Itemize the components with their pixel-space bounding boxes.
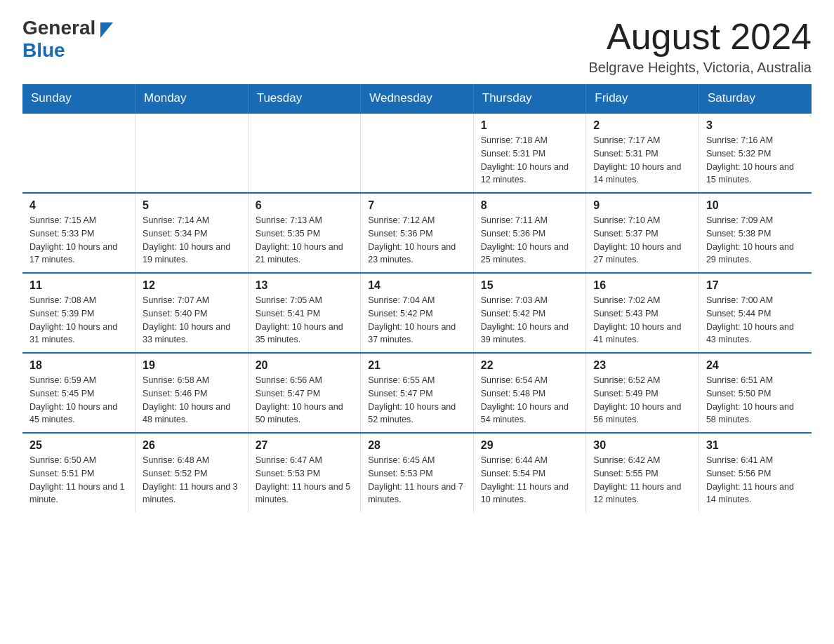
day-info: Sunrise: 7:16 AM Sunset: 5:32 PM Dayligh…: [706, 134, 805, 187]
day-info: Sunrise: 7:14 AM Sunset: 5:34 PM Dayligh…: [143, 214, 241, 267]
calendar-week-5: 25Sunrise: 6:50 AM Sunset: 5:51 PM Dayli…: [22, 433, 812, 512]
col-tuesday: Tuesday: [248, 84, 361, 113]
day-number: 23: [593, 359, 691, 372]
day-info: Sunrise: 7:05 AM Sunset: 5:41 PM Dayligh…: [256, 294, 354, 347]
day-info: Sunrise: 7:15 AM Sunset: 5:33 PM Dayligh…: [29, 214, 128, 267]
calendar-cell: 7Sunrise: 7:12 AM Sunset: 5:36 PM Daylig…: [361, 193, 474, 273]
day-info: Sunrise: 7:03 AM Sunset: 5:42 PM Dayligh…: [481, 294, 579, 347]
col-friday: Friday: [586, 84, 699, 113]
day-number: 10: [706, 199, 805, 212]
day-number: 25: [29, 439, 128, 452]
title-area: August 2024 Belgrave Heights, Victoria, …: [588, 17, 812, 76]
day-number: 13: [256, 279, 354, 292]
day-info: Sunrise: 6:50 AM Sunset: 5:51 PM Dayligh…: [29, 454, 128, 507]
month-title: August 2024: [588, 17, 812, 57]
calendar-header: Sunday Monday Tuesday Wednesday Thursday…: [22, 84, 812, 113]
calendar-cell: 20Sunrise: 6:56 AM Sunset: 5:47 PM Dayli…: [248, 353, 361, 433]
day-number: 12: [143, 279, 241, 292]
day-number: 1: [481, 119, 579, 132]
day-number: 30: [593, 439, 691, 452]
day-info: Sunrise: 6:42 AM Sunset: 5:55 PM Dayligh…: [593, 454, 691, 507]
day-info: Sunrise: 6:44 AM Sunset: 5:54 PM Dayligh…: [481, 454, 579, 507]
day-info: Sunrise: 7:17 AM Sunset: 5:31 PM Dayligh…: [593, 134, 691, 187]
day-info: Sunrise: 7:02 AM Sunset: 5:43 PM Dayligh…: [593, 294, 691, 347]
day-info: Sunrise: 7:13 AM Sunset: 5:35 PM Dayligh…: [256, 214, 354, 267]
day-info: Sunrise: 6:52 AM Sunset: 5:49 PM Dayligh…: [593, 374, 691, 427]
calendar-cell: 15Sunrise: 7:03 AM Sunset: 5:42 PM Dayli…: [473, 273, 586, 353]
col-thursday: Thursday: [473, 84, 586, 113]
day-info: Sunrise: 6:45 AM Sunset: 5:53 PM Dayligh…: [368, 454, 466, 507]
calendar-cell: 21Sunrise: 6:55 AM Sunset: 5:47 PM Dayli…: [361, 353, 474, 433]
calendar-cell: [135, 113, 249, 193]
calendar-week-4: 18Sunrise: 6:59 AM Sunset: 5:45 PM Dayli…: [22, 353, 812, 433]
col-monday: Monday: [135, 84, 249, 113]
calendar-cell: 9Sunrise: 7:10 AM Sunset: 5:37 PM Daylig…: [586, 193, 699, 273]
day-number: 5: [143, 199, 241, 212]
day-number: 3: [706, 119, 805, 132]
day-info: Sunrise: 6:58 AM Sunset: 5:46 PM Dayligh…: [143, 374, 241, 427]
day-info: Sunrise: 7:08 AM Sunset: 5:39 PM Dayligh…: [29, 294, 128, 347]
day-info: Sunrise: 6:51 AM Sunset: 5:50 PM Dayligh…: [706, 374, 805, 427]
calendar-cell: 25Sunrise: 6:50 AM Sunset: 5:51 PM Dayli…: [22, 433, 135, 512]
logo-general-text: General: [22, 17, 95, 39]
day-info: Sunrise: 7:00 AM Sunset: 5:44 PM Dayligh…: [706, 294, 805, 347]
day-number: 19: [143, 359, 241, 372]
day-info: Sunrise: 6:55 AM Sunset: 5:47 PM Dayligh…: [368, 374, 466, 427]
day-info: Sunrise: 6:59 AM Sunset: 5:45 PM Dayligh…: [29, 374, 128, 427]
day-number: 2: [593, 119, 691, 132]
day-info: Sunrise: 6:47 AM Sunset: 5:53 PM Dayligh…: [256, 454, 354, 507]
day-number: 11: [29, 279, 128, 292]
calendar-cell: 27Sunrise: 6:47 AM Sunset: 5:53 PM Dayli…: [248, 433, 361, 512]
day-number: 26: [143, 439, 241, 452]
day-number: 9: [593, 199, 691, 212]
day-number: 16: [593, 279, 691, 292]
calendar-cell: 2Sunrise: 7:17 AM Sunset: 5:31 PM Daylig…: [586, 113, 699, 193]
col-wednesday: Wednesday: [361, 84, 474, 113]
calendar-cell: 17Sunrise: 7:00 AM Sunset: 5:44 PM Dayli…: [699, 273, 812, 353]
day-info: Sunrise: 7:04 AM Sunset: 5:42 PM Dayligh…: [368, 294, 466, 347]
calendar-cell: 13Sunrise: 7:05 AM Sunset: 5:41 PM Dayli…: [248, 273, 361, 353]
calendar-cell: 5Sunrise: 7:14 AM Sunset: 5:34 PM Daylig…: [135, 193, 249, 273]
calendar-body: 1Sunrise: 7:18 AM Sunset: 5:31 PM Daylig…: [22, 113, 812, 512]
calendar-cell: 6Sunrise: 7:13 AM Sunset: 5:35 PM Daylig…: [248, 193, 361, 273]
day-number: 14: [368, 279, 466, 292]
day-number: 22: [481, 359, 579, 372]
calendar-cell: 22Sunrise: 6:54 AM Sunset: 5:48 PM Dayli…: [473, 353, 586, 433]
calendar-cell: [22, 113, 135, 193]
day-info: Sunrise: 6:54 AM Sunset: 5:48 PM Dayligh…: [481, 374, 579, 427]
day-info: Sunrise: 6:56 AM Sunset: 5:47 PM Dayligh…: [256, 374, 354, 427]
svg-marker-0: [100, 22, 113, 38]
calendar-week-2: 4Sunrise: 7:15 AM Sunset: 5:33 PM Daylig…: [22, 193, 812, 273]
day-info: Sunrise: 7:07 AM Sunset: 5:40 PM Dayligh…: [143, 294, 241, 347]
day-info: Sunrise: 7:09 AM Sunset: 5:38 PM Dayligh…: [706, 214, 805, 267]
calendar-cell: 14Sunrise: 7:04 AM Sunset: 5:42 PM Dayli…: [361, 273, 474, 353]
day-number: 6: [256, 199, 354, 212]
header-row: Sunday Monday Tuesday Wednesday Thursday…: [22, 84, 812, 113]
day-number: 17: [706, 279, 805, 292]
logo: General Blue: [22, 17, 113, 62]
page-header: General Blue August 2024 Belgrave Height…: [22, 17, 812, 76]
calendar-week-3: 11Sunrise: 7:08 AM Sunset: 5:39 PM Dayli…: [22, 273, 812, 353]
calendar-cell: 26Sunrise: 6:48 AM Sunset: 5:52 PM Dayli…: [135, 433, 249, 512]
day-info: Sunrise: 7:11 AM Sunset: 5:36 PM Dayligh…: [481, 214, 579, 267]
day-number: 29: [481, 439, 579, 452]
day-number: 31: [706, 439, 805, 452]
calendar-cell: 3Sunrise: 7:16 AM Sunset: 5:32 PM Daylig…: [699, 113, 812, 193]
day-info: Sunrise: 6:48 AM Sunset: 5:52 PM Dayligh…: [143, 454, 241, 507]
calendar-table: Sunday Monday Tuesday Wednesday Thursday…: [22, 84, 812, 512]
day-info: Sunrise: 6:41 AM Sunset: 5:56 PM Dayligh…: [706, 454, 805, 507]
calendar-week-1: 1Sunrise: 7:18 AM Sunset: 5:31 PM Daylig…: [22, 113, 812, 193]
day-number: 15: [481, 279, 579, 292]
calendar-cell: 19Sunrise: 6:58 AM Sunset: 5:46 PM Dayli…: [135, 353, 249, 433]
calendar-cell: 11Sunrise: 7:08 AM Sunset: 5:39 PM Dayli…: [22, 273, 135, 353]
logo-arrow-icon: [98, 22, 113, 38]
day-number: 4: [29, 199, 128, 212]
calendar-cell: 18Sunrise: 6:59 AM Sunset: 5:45 PM Dayli…: [22, 353, 135, 433]
calendar-cell: 1Sunrise: 7:18 AM Sunset: 5:31 PM Daylig…: [473, 113, 586, 193]
col-sunday: Sunday: [22, 84, 135, 113]
day-number: 20: [256, 359, 354, 372]
day-info: Sunrise: 7:10 AM Sunset: 5:37 PM Dayligh…: [593, 214, 691, 267]
calendar-cell: 4Sunrise: 7:15 AM Sunset: 5:33 PM Daylig…: [22, 193, 135, 273]
calendar-cell: [248, 113, 361, 193]
logo-blue-text: Blue: [22, 39, 65, 62]
